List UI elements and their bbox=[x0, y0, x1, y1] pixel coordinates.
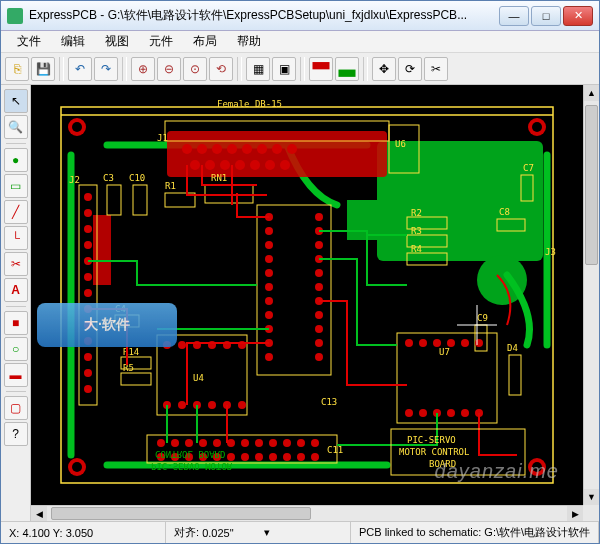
menu-edit[interactable]: 编辑 bbox=[51, 31, 95, 52]
layer-options-button[interactable]: ▦ bbox=[246, 57, 270, 81]
statusbar: X: 4.100 Y: 3.050 对齐: 0.025" ▾ PCB linke… bbox=[1, 521, 599, 543]
scroll-thumb-h[interactable] bbox=[51, 507, 311, 520]
pad-tool[interactable]: ● bbox=[4, 148, 28, 172]
svg-text:D4: D4 bbox=[507, 343, 518, 353]
svg-text:R4: R4 bbox=[411, 244, 422, 254]
menu-file[interactable]: 文件 bbox=[7, 31, 51, 52]
rectangle-tool[interactable]: ■ bbox=[4, 311, 28, 335]
component-tool[interactable]: ▭ bbox=[4, 174, 28, 198]
u4-ic: U4 bbox=[157, 335, 247, 415]
circle-tool[interactable]: ○ bbox=[4, 337, 28, 361]
info-icon: ? bbox=[12, 427, 19, 441]
scroll-left-arrow[interactable]: ◀ bbox=[31, 506, 47, 521]
scrollbar-corner bbox=[583, 505, 599, 521]
svg-point-20 bbox=[242, 144, 252, 154]
zoom-prev-button[interactable]: ⟲ bbox=[209, 57, 233, 81]
svg-text:CONTROL BOARD: CONTROL BOARD bbox=[155, 449, 225, 459]
chip-icon: ▣ bbox=[279, 62, 290, 76]
separator bbox=[6, 143, 26, 144]
horizontal-scrollbar[interactable]: ◀ ▶ bbox=[31, 505, 583, 521]
zoom-out-button[interactable]: ⊖ bbox=[157, 57, 181, 81]
svg-point-102 bbox=[208, 401, 216, 409]
fill-icon: ▬ bbox=[10, 368, 22, 382]
pcb-canvas[interactable]: Female DB-15 J1 J2 bbox=[31, 85, 583, 505]
svg-point-82 bbox=[315, 241, 323, 249]
zoom-tool[interactable]: 🔍 bbox=[4, 115, 28, 139]
svg-point-22 bbox=[272, 144, 282, 154]
svg-point-88 bbox=[315, 325, 323, 333]
connector-label: Female DB-15 bbox=[217, 99, 282, 109]
svg-point-5 bbox=[532, 122, 542, 132]
top-layer-button[interactable]: ▀▀ bbox=[309, 57, 333, 81]
pointer-icon: ↖ bbox=[11, 94, 21, 108]
bottom-layer-button[interactable]: ▄▄ bbox=[335, 57, 359, 81]
component-manager-button[interactable]: ▣ bbox=[272, 57, 296, 81]
svg-text:RN1: RN1 bbox=[211, 173, 227, 183]
text-tool[interactable]: A bbox=[4, 278, 28, 302]
separator bbox=[122, 57, 127, 81]
scroll-up-arrow[interactable]: ▲ bbox=[584, 85, 599, 101]
svg-point-133 bbox=[171, 439, 179, 447]
svg-text:R1: R1 bbox=[165, 181, 176, 191]
zoom-in-button[interactable]: ⊕ bbox=[131, 57, 155, 81]
minimize-button[interactable]: — bbox=[499, 6, 529, 26]
svg-point-84 bbox=[315, 269, 323, 277]
status-message: PCB linked to schematic: G:\软件\电路设计软件 bbox=[351, 522, 599, 543]
separator bbox=[6, 306, 26, 307]
svg-text:C7: C7 bbox=[523, 163, 534, 173]
svg-point-109 bbox=[405, 339, 413, 347]
svg-point-112 bbox=[447, 339, 455, 347]
svg-point-94 bbox=[178, 341, 186, 349]
svg-point-90 bbox=[315, 353, 323, 361]
undo-icon: ↶ bbox=[75, 62, 85, 76]
move-button[interactable]: ✥ bbox=[372, 57, 396, 81]
cursor-crosshair bbox=[457, 305, 497, 345]
menu-help[interactable]: 帮助 bbox=[227, 31, 271, 52]
open-button[interactable]: ⎘ bbox=[5, 57, 29, 81]
close-button[interactable]: ✕ bbox=[563, 6, 593, 26]
svg-point-139 bbox=[255, 439, 263, 447]
undo-button[interactable]: ↶ bbox=[68, 57, 92, 81]
vertical-scrollbar[interactable]: ▲ ▼ bbox=[583, 85, 599, 505]
maximize-button[interactable]: □ bbox=[531, 6, 561, 26]
svg-point-111 bbox=[433, 339, 441, 347]
delete-button[interactable]: ✂ bbox=[424, 57, 448, 81]
svg-point-44 bbox=[84, 353, 92, 361]
svg-point-70 bbox=[265, 227, 273, 235]
rotate-button[interactable]: ⟳ bbox=[398, 57, 422, 81]
save-button[interactable]: 💾 bbox=[31, 57, 55, 81]
svg-text:J2: J2 bbox=[69, 175, 80, 185]
scroll-thumb-v[interactable] bbox=[585, 105, 598, 265]
redo-button[interactable]: ↷ bbox=[94, 57, 118, 81]
menu-view[interactable]: 视图 bbox=[95, 31, 139, 52]
svg-text:PIC-SERVO: PIC-SERVO bbox=[407, 435, 456, 445]
menu-layout[interactable]: 布局 bbox=[183, 31, 227, 52]
fill-tool[interactable]: ▬ bbox=[4, 363, 28, 387]
svg-point-23 bbox=[287, 144, 297, 154]
scroll-right-arrow[interactable]: ▶ bbox=[567, 506, 583, 521]
pointer-tool[interactable]: ↖ bbox=[4, 89, 28, 113]
svg-text:C10: C10 bbox=[129, 173, 145, 183]
svg-text:R5: R5 bbox=[123, 363, 134, 373]
svg-point-143 bbox=[311, 439, 319, 447]
svg-point-113 bbox=[461, 339, 469, 347]
svg-point-71 bbox=[265, 241, 273, 249]
disconnect-tool[interactable]: ✂ bbox=[4, 252, 28, 276]
trace-tool[interactable]: ╱ bbox=[4, 200, 28, 224]
workspace: ↖ 🔍 ● ▭ ╱ └ ✂ A ■ ○ ▬ ▢ ? bbox=[1, 85, 599, 521]
info-tool[interactable]: ? bbox=[4, 422, 28, 446]
zoom-fit-button[interactable]: ⊙ bbox=[183, 57, 207, 81]
svg-point-21 bbox=[257, 144, 267, 154]
scroll-down-arrow[interactable]: ▼ bbox=[584, 489, 599, 505]
svg-point-37 bbox=[84, 241, 92, 249]
dropdown-icon[interactable]: ▾ bbox=[264, 526, 270, 539]
svg-point-110 bbox=[419, 339, 427, 347]
svg-point-24 bbox=[190, 160, 200, 170]
highlight-net-tool[interactable]: ▢ bbox=[4, 396, 28, 420]
svg-text:U7: U7 bbox=[439, 347, 450, 357]
svg-point-25 bbox=[205, 160, 215, 170]
corner-tool[interactable]: └ bbox=[4, 226, 28, 250]
watermark-logo: 大·软件 bbox=[37, 303, 177, 347]
menu-component[interactable]: 元件 bbox=[139, 31, 183, 52]
svg-text:J1: J1 bbox=[157, 133, 168, 143]
